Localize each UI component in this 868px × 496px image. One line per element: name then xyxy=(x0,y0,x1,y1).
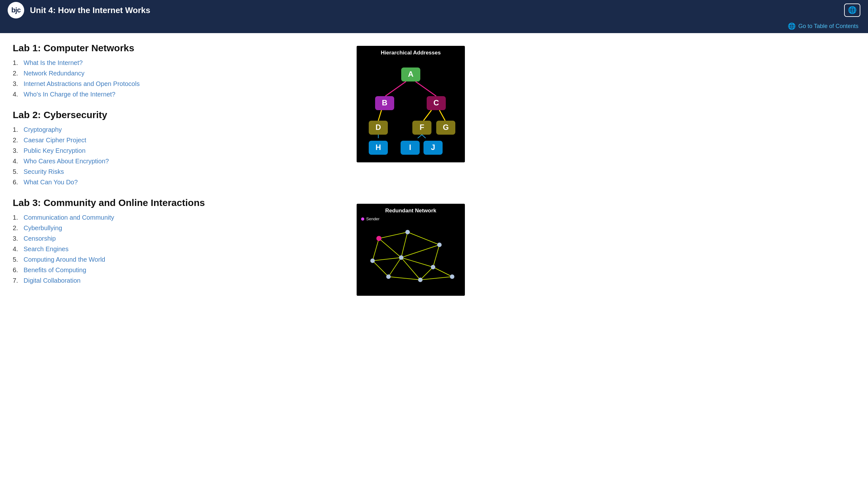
images-column: Hierarchical Addresses A B C xyxy=(357,43,465,296)
page-title: Unit 4: How the Internet Works xyxy=(30,5,150,15)
item-num: 5. xyxy=(13,168,22,175)
svg-text:J: J xyxy=(431,143,435,152)
lab2-title: Lab 2: Cybersecurity xyxy=(13,109,344,120)
svg-line-28 xyxy=(379,238,401,258)
sender-dot xyxy=(361,217,364,221)
main-content: Lab 1: Computer Networks 1. What Is the … xyxy=(0,33,478,305)
list-item: 6. Benefits of Computing xyxy=(13,266,344,274)
logo-text: bjc xyxy=(12,6,21,14)
svg-point-46 xyxy=(399,255,403,260)
lab2-section: Lab 2: Cybersecurity 1. Cryptography 2. … xyxy=(13,109,344,186)
lab2-item3-link[interactable]: Public Key Encryption xyxy=(24,147,86,154)
redundant-network-card: Redundant Network Sender xyxy=(357,204,465,296)
svg-point-43 xyxy=(405,230,410,234)
lab2-list: 1. Cryptography 2. Caesar Cipher Project… xyxy=(13,126,344,186)
svg-point-42 xyxy=(376,236,382,241)
svg-line-29 xyxy=(407,232,439,245)
list-item: 4. Who Cares About Encryption? xyxy=(13,158,344,165)
redundant-network-diagram xyxy=(357,222,465,296)
svg-text:H: H xyxy=(375,143,381,152)
list-item: 1. Communication and Community xyxy=(13,214,344,221)
lab1-title: Lab 1: Computer Networks xyxy=(13,43,344,53)
svg-text:B: B xyxy=(382,98,387,107)
list-item: 4. Who's In Charge of the Internet? xyxy=(13,91,344,98)
lab1-list: 1. What Is the Internet? 2. Network Redu… xyxy=(13,59,344,98)
lab2-item5-link[interactable]: Security Risks xyxy=(24,168,64,175)
lab3-item3-link[interactable]: Censorship xyxy=(24,235,56,242)
svg-line-34 xyxy=(373,258,401,261)
svg-line-39 xyxy=(420,267,433,280)
item-num: 3. xyxy=(13,235,22,242)
svg-text:G: G xyxy=(443,123,449,131)
lab1-item4-link[interactable]: Who's In Charge of the Internet? xyxy=(24,91,115,98)
svg-line-33 xyxy=(373,261,388,277)
toc-globe-icon: 🌐 xyxy=(788,22,796,30)
lab2-item4-link[interactable]: Who Cares About Encryption? xyxy=(24,158,109,165)
item-num: 4. xyxy=(13,246,22,253)
list-item: 1. What Is the Internet? xyxy=(13,59,344,66)
svg-line-18 xyxy=(410,135,422,138)
svg-text:C: C xyxy=(433,98,439,107)
hierarchical-addresses-diagram: A B C D xyxy=(357,59,465,162)
lab3-item6-link[interactable]: Benefits of Computing xyxy=(24,266,86,274)
header: bjc Unit 4: How the Internet Works 🌐 xyxy=(0,0,868,20)
lab3-title: Lab 3: Community and Online Interactions xyxy=(13,197,344,208)
item-num: 2. xyxy=(13,224,22,232)
lab1-item1-link[interactable]: What Is the Internet? xyxy=(24,59,83,66)
lab2-item2-link[interactable]: Caesar Cipher Project xyxy=(24,137,86,144)
lab2-item6-link[interactable]: What Can You Do? xyxy=(24,179,78,186)
svg-line-10 xyxy=(439,110,445,121)
svg-line-19 xyxy=(422,135,432,138)
list-item: 2. Cyberbullying xyxy=(13,224,344,232)
svg-line-26 xyxy=(379,232,407,238)
list-item: 2. Caesar Cipher Project xyxy=(13,137,344,144)
lab3-item5-link[interactable]: Computing Around the World xyxy=(24,256,105,263)
svg-line-2 xyxy=(385,81,406,96)
sub-header: 🌐 Go to Table of Contents xyxy=(0,20,868,33)
svg-text:D: D xyxy=(375,123,381,131)
lab3-item7-link[interactable]: Digital Collaboration xyxy=(24,277,80,284)
svg-line-35 xyxy=(388,258,401,277)
hierarchical-addresses-card: Hierarchical Addresses A B C xyxy=(357,46,465,162)
svg-line-36 xyxy=(401,258,420,280)
svg-line-30 xyxy=(401,232,407,258)
list-item: 5. Security Risks xyxy=(13,168,344,175)
lab3-section: Lab 3: Community and Online Interactions… xyxy=(13,197,344,284)
globe-button[interactable]: 🌐 xyxy=(844,3,861,17)
svg-point-48 xyxy=(386,275,391,279)
item-num: 1. xyxy=(13,126,22,134)
item-num: 1. xyxy=(13,214,22,221)
item-num: 7. xyxy=(13,277,22,284)
list-item: 6. What Can You Do? xyxy=(13,179,344,186)
item-num: 5. xyxy=(13,256,22,263)
lab1-item3-link[interactable]: Internet Abstractions and Open Protocols xyxy=(24,80,140,88)
toc-link-text: Go to Table of Contents xyxy=(798,23,858,30)
logo: bjc xyxy=(7,2,24,18)
svg-text:A: A xyxy=(408,70,413,78)
item-num: 2. xyxy=(13,137,22,144)
svg-point-45 xyxy=(370,259,375,263)
svg-line-32 xyxy=(433,245,439,267)
svg-point-49 xyxy=(418,278,422,282)
svg-line-27 xyxy=(373,238,379,261)
svg-line-31 xyxy=(401,245,439,258)
item-num: 4. xyxy=(13,91,22,98)
lab2-item1-link[interactable]: Cryptography xyxy=(24,126,62,134)
lab3-item4-link[interactable]: Search Engines xyxy=(24,246,68,253)
list-item: 5. Computing Around the World xyxy=(13,256,344,263)
labs-column: Lab 1: Computer Networks 1. What Is the … xyxy=(13,43,344,296)
svg-line-9 xyxy=(423,110,432,121)
svg-line-41 xyxy=(420,277,452,280)
list-item: 4. Search Engines xyxy=(13,246,344,253)
lab1-item2-link[interactable]: Network Redundancy xyxy=(24,70,84,77)
toc-link[interactable]: 🌐 Go to Table of Contents xyxy=(788,22,858,30)
list-item: 3. Censorship xyxy=(13,235,344,242)
item-num: 3. xyxy=(13,147,22,154)
svg-line-40 xyxy=(388,277,420,280)
globe-icon: 🌐 xyxy=(848,6,856,14)
list-item: 3. Internet Abstractions and Open Protoc… xyxy=(13,80,344,88)
lab3-item1-link[interactable]: Communication and Community xyxy=(24,214,114,221)
svg-point-50 xyxy=(450,275,454,279)
item-num: 6. xyxy=(13,179,22,186)
lab3-item2-link[interactable]: Cyberbullying xyxy=(24,224,62,232)
